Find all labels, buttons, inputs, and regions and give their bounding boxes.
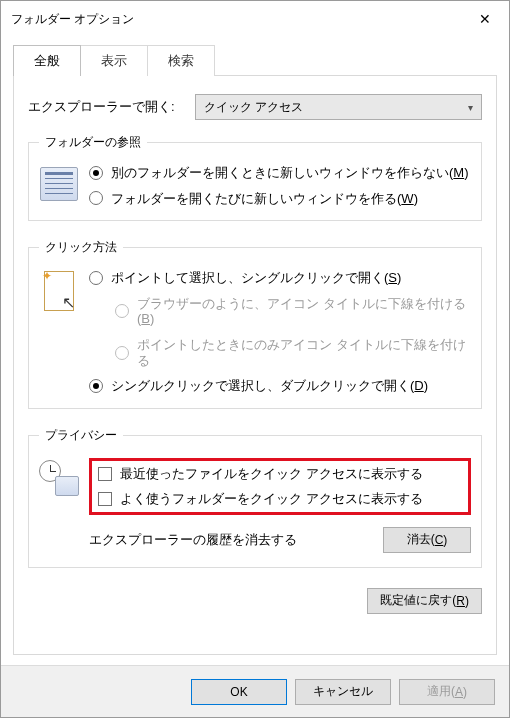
- ok-button[interactable]: OK: [191, 679, 287, 705]
- file-cursor-icon: ✦↖: [39, 270, 79, 311]
- click-method-group: クリック方法 ✦↖ ポイントして選択し、シングルクリックで開く(S): [28, 239, 482, 409]
- tab-page-general: エクスプローラーで開く: クイック アクセス ▾ フォルダーの参照 別のフォルダ…: [13, 75, 497, 655]
- tab-search[interactable]: 検索: [147, 45, 215, 76]
- restore-defaults-button[interactable]: 既定値に戻す(R): [367, 588, 482, 614]
- cancel-button[interactable]: キャンセル: [295, 679, 391, 705]
- client-area: 全般 表示 検索 エクスプローラーで開く: クイック アクセス ▾ フォルダーの…: [1, 37, 509, 665]
- folder-options-dialog: フォルダー オプション ✕ 全般 表示 検索 エクスプローラーで開く: クイック…: [0, 0, 510, 718]
- radio-dot-icon: [89, 191, 103, 205]
- checkbox-icon: [98, 492, 112, 506]
- radio-underline-hover: ポイントしたときにのみアイコン タイトルに下線を付ける: [115, 337, 471, 368]
- open-with-label: エクスプローラーで開く:: [28, 98, 175, 116]
- dialog-footer: OK キャンセル 適用(A): [1, 665, 509, 717]
- radio-same-window[interactable]: 別のフォルダーを開くときに新しいウィンドウを作らない(M): [89, 165, 471, 181]
- radio-underline-browser: ブラウザーのように、アイコン タイトルに下線を付ける(B): [115, 296, 471, 327]
- privacy-legend: プライバシー: [39, 427, 123, 444]
- clear-history-button[interactable]: 消去(C): [383, 527, 471, 553]
- browse-folders-legend: フォルダーの参照: [39, 134, 147, 151]
- check-frequent-folders[interactable]: よく使うフォルダーをクイック アクセスに表示する: [98, 491, 462, 507]
- radio-dot-icon: [115, 346, 129, 360]
- open-with-row: エクスプローラーで開く: クイック アクセス ▾: [28, 94, 482, 120]
- browse-folders-group: フォルダーの参照 別のフォルダーを開くときに新しいウィンドウを作らない(M) フ…: [28, 134, 482, 221]
- apply-button[interactable]: 適用(A): [399, 679, 495, 705]
- radio-single-click[interactable]: ポイントして選択し、シングルクリックで開く(S): [89, 270, 471, 286]
- open-with-combo[interactable]: クイック アクセス ▾: [195, 94, 482, 120]
- titlebar: フォルダー オプション ✕: [1, 1, 509, 37]
- radio-dot-icon: [89, 271, 103, 285]
- window-title: フォルダー オプション: [11, 11, 463, 28]
- highlight-annotation: 最近使ったファイルをクイック アクセスに表示する よく使うフォルダーをクイック …: [89, 458, 471, 515]
- click-method-legend: クリック方法: [39, 239, 123, 256]
- radio-dot-icon: [89, 379, 103, 393]
- chevron-down-icon: ▾: [468, 102, 473, 113]
- open-with-value: クイック アクセス: [204, 99, 303, 116]
- privacy-group: プライバシー 最近使ったファイルをクイック アクセスに表示する: [28, 427, 482, 568]
- radio-dot-icon: [115, 304, 129, 318]
- radio-dot-icon: [89, 166, 103, 180]
- tabstrip: 全般 表示 検索: [13, 45, 497, 76]
- clear-history-label: エクスプローラーの履歴を消去する: [89, 531, 363, 549]
- tab-view[interactable]: 表示: [80, 45, 148, 76]
- tab-general[interactable]: 全般: [13, 45, 81, 76]
- check-recent-files[interactable]: 最近使ったファイルをクイック アクセスに表示する: [98, 466, 462, 482]
- radio-new-window[interactable]: フォルダーを開くたびに新しいウィンドウを作る(W): [89, 191, 471, 207]
- recent-items-icon: [39, 458, 79, 496]
- close-icon[interactable]: ✕: [463, 4, 507, 34]
- checkbox-icon: [98, 467, 112, 481]
- folder-icon: [39, 165, 79, 201]
- radio-double-click[interactable]: シングルクリックで選択し、ダブルクリックで開く(D): [89, 378, 471, 394]
